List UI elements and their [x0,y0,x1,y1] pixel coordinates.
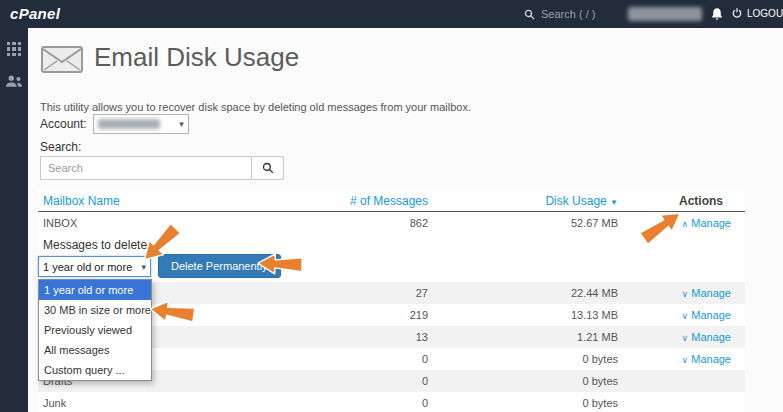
apps-grid-icon[interactable] [7,42,21,56]
disk-usage: 0 bytes [428,375,618,387]
manage-link[interactable]: ∨ Manage [682,353,731,365]
cpanel-logo: cPanel [10,5,60,22]
users-icon[interactable] [5,74,23,87]
account-row: Account: ▾ [40,114,189,134]
search-label: Search: [40,140,81,154]
message-count: 0 [288,397,428,409]
chevron-down-icon: ▾ [179,119,184,129]
message-count: 862 [288,217,428,229]
logout-label: LOGOUT [747,8,783,19]
table-row: INBOX 862 52.67 MB ∧ Manage [38,212,745,234]
dropdown-option[interactable]: Previously viewed [39,320,151,340]
email-envelope-icon [40,40,84,74]
search-icon [262,162,274,174]
select-value: 1 year old or more [43,261,132,273]
search-row [40,156,284,180]
table-row: Junk 0 0 bytes [38,392,745,412]
dropdown-option[interactable]: All messages [39,340,151,360]
message-count: 27 [288,287,428,299]
messages-to-delete-dropdown-list: 1 year old or more 30 MB in size or more… [38,279,152,381]
dropdown-option[interactable]: Custom query ... [39,360,151,380]
search-input[interactable] [40,156,252,180]
account-value-redacted [98,119,160,129]
dropdown-option[interactable]: 30 MB in size or more [39,300,151,320]
chevron-down-icon: ∨ [682,311,689,321]
account-label: Account: [40,117,87,131]
dropdown-option[interactable]: 1 year old or more [39,280,151,300]
global-search-label: Search ( / ) [541,8,595,20]
logout-button[interactable]: LOGOUT [731,7,783,19]
page-description: This utility allows you to recover disk … [40,101,471,113]
chevron-down-icon: ▾ [141,262,146,272]
cpanel-app: cPanel Search ( / ) LOGOUT Email Disk Us… [0,0,783,412]
messages-to-delete-select[interactable]: 1 year old or more ▾ [38,256,151,277]
page-title: Email Disk Usage [94,42,299,73]
chevron-up-icon: ∧ [682,219,689,229]
mailbox-name: INBOX [38,217,288,229]
manage-link[interactable]: ∨ Manage [682,309,731,321]
search-button[interactable] [252,156,284,180]
chevron-down-icon: ∨ [682,355,689,365]
message-count: 219 [288,309,428,321]
top-navigation-bar: cPanel Search ( / ) LOGOUT [0,0,783,28]
manage-link[interactable]: ∨ Manage [682,287,731,299]
column-header-mailbox-name[interactable]: Mailbox Name [38,194,288,208]
manage-link-inbox[interactable]: ∧ Manage [682,217,731,229]
main-content: Email Disk Usage This utility allows you… [28,28,783,412]
column-header-actions: Actions [618,194,745,208]
message-count: 13 [288,331,428,343]
disk-usage: 0 bytes [428,397,618,409]
message-count: 0 [288,375,428,387]
search-icon [524,9,535,20]
page-header: Email Disk Usage [40,40,299,74]
column-header-messages[interactable]: # of Messages [288,194,428,208]
disk-usage: 0 bytes [428,353,618,365]
delete-panel: Messages to delete: 1 year old or more ▾… [38,234,745,282]
message-count: 0 [288,353,428,365]
table-header-row: Mailbox Name # of Messages Disk Usage ▼ … [38,190,745,212]
disk-usage: 52.67 MB [428,217,618,229]
delete-permanently-button[interactable]: Delete Permanently [158,254,281,278]
chevron-down-icon: ∨ [682,289,689,299]
account-select[interactable]: ▾ [93,114,189,134]
left-sidebar [0,28,28,412]
chevron-down-icon: ∨ [682,333,689,343]
column-header-disk-usage[interactable]: Disk Usage ▼ [428,194,618,208]
mailbox-name: Junk [38,397,288,409]
disk-usage: 22.44 MB [428,287,618,299]
account-name-redacted[interactable] [628,7,702,21]
sort-desc-icon: ▼ [610,198,618,207]
disk-usage: 1.21 MB [428,331,618,343]
disk-usage: 13.13 MB [428,309,618,321]
notifications-bell-icon[interactable] [710,7,724,21]
messages-to-delete-label: Messages to delete: [43,238,150,252]
power-icon [731,7,743,19]
global-search[interactable]: Search ( / ) [524,0,595,28]
manage-link[interactable]: ∨ Manage [682,331,731,343]
